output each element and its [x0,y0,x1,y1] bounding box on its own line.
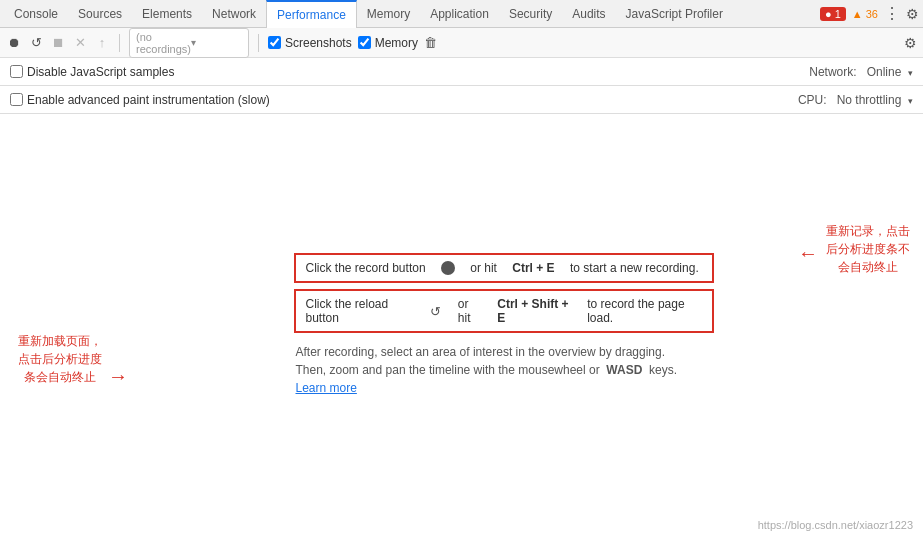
tab-network[interactable]: Network [202,0,266,28]
tab-memory[interactable]: Memory [357,0,420,28]
after-line2-end: keys. [649,363,677,377]
screenshots-checkbox-label[interactable]: Screenshots [268,36,352,50]
memory-checkbox[interactable] [358,36,371,49]
network-arrow-icon: ▾ [908,68,913,78]
learn-more-link[interactable]: Learn more [296,381,357,395]
reload-hint-text3: to record the page load. [587,297,701,325]
right-arrow-icon: ← [798,242,818,265]
error-badge: ● 1 [820,7,846,21]
enable-advanced-paint-checkbox[interactable] [10,93,23,106]
main-content: 重新加载页面，点击后分析进度条会自动终止 → 重新记录，点击后分析进度条不会自动… [0,114,923,536]
record-hint-text3: to start a new recording. [570,261,699,275]
recording-placeholder: (no recordings) [136,31,191,55]
tab-bar-actions: ● 1 ▲ 36 ⋮ ⚙ [820,4,919,23]
center-panel: Click the record button or hit Ctrl + E … [294,253,714,397]
after-line1: After recording, select an area of inter… [296,345,666,359]
delete-recording-icon[interactable]: 🗑 [424,35,437,50]
record-hint-text1: Click the record button [306,261,426,275]
tab-bar: Console Sources Elements Network Perform… [0,0,923,28]
disable-js-samples-option[interactable]: Disable JavaScript samples [10,65,174,79]
screenshots-checkbox[interactable] [268,36,281,49]
annotation-right: 重新记录，点击后分析进度条不会自动终止 [823,222,913,276]
stop-button: ⏹ [50,35,66,51]
after-recording-text: After recording, select an area of inter… [294,343,714,397]
record-hint-text2: or hit [470,261,497,275]
cpu-label: CPU: [798,93,827,107]
memory-label: Memory [375,36,418,50]
tab-application[interactable]: Application [420,0,499,28]
record-circle-icon [441,261,455,275]
network-value: Online [867,65,902,79]
enable-advanced-paint-option[interactable]: Enable advanced paint instrumentation (s… [10,93,270,107]
disable-js-samples-label: Disable JavaScript samples [27,65,174,79]
after-line2-start: Then, zoom and pan the timeline with the… [296,363,600,377]
separator-1 [119,34,120,52]
annotation-left: 重新加载页面，点击后分析进度条会自动终止 [15,332,105,386]
more-options-button[interactable]: ⋮ [884,4,900,23]
right-options: Network: Online ▾ [809,65,913,79]
tab-performance[interactable]: Performance [266,0,357,28]
reload-circular-icon: ↺ [429,304,443,318]
toolbar-right: ⚙ [904,35,917,51]
cpu-throttle-selector[interactable]: CPU: No throttling ▾ [798,93,913,107]
record-shortcut: Ctrl + E [512,261,554,275]
record-hint-box: Click the record button or hit Ctrl + E … [294,253,714,283]
options-toolbar-2: Enable advanced paint instrumentation (s… [0,86,923,114]
cpu-value: No throttling [837,93,902,107]
options-toolbar: Disable JavaScript samples Network: Onli… [0,58,923,86]
reload-shortcut: Ctrl + Shift + E [497,297,572,325]
wasd-keys: WASD [606,363,642,377]
left-arrow-icon: → [108,364,128,387]
tab-console[interactable]: Console [4,0,68,28]
reload-hint-box: Click the reload button ↺ or hit Ctrl + … [294,289,714,333]
dropdown-arrow-icon: ▾ [191,37,242,48]
clear-button[interactable]: ✕ [72,35,88,51]
cpu-arrow-icon: ▾ [908,96,913,106]
tab-security[interactable]: Security [499,0,562,28]
enable-advanced-paint-label: Enable advanced paint instrumentation (s… [27,93,270,107]
upload-button[interactable]: ↑ [94,35,110,51]
tab-sources[interactable]: Sources [68,0,132,28]
right-options-2: CPU: No throttling ▾ [798,93,913,107]
toolbar: ⏺ ↺ ⏹ ✕ ↑ (no recordings) ▾ Screenshots … [0,28,923,58]
reload-record-button[interactable]: ↺ [28,35,44,51]
network-label: Network: [809,65,856,79]
settings-icon[interactable]: ⚙ [906,6,919,22]
record-button[interactable]: ⏺ [6,35,22,51]
tab-js-profiler[interactable]: JavaScript Profiler [616,0,733,28]
disable-js-samples-checkbox[interactable] [10,65,23,78]
reload-hint-text2: or hit [458,297,482,325]
tab-elements[interactable]: Elements [132,0,202,28]
recording-selector[interactable]: (no recordings) ▾ [129,28,249,58]
memory-checkbox-label[interactable]: Memory [358,36,418,50]
reload-hint-text1: Click the reload button [306,297,414,325]
tab-audits[interactable]: Audits [562,0,615,28]
network-throttle-selector[interactable]: Network: Online ▾ [809,65,913,79]
watermark: https://blog.csdn.net/xiaozr1223 [758,519,913,531]
screenshots-label: Screenshots [285,36,352,50]
capture-settings-icon[interactable]: ⚙ [904,35,917,51]
warning-badge: ▲ 36 [852,8,878,20]
separator-2 [258,34,259,52]
